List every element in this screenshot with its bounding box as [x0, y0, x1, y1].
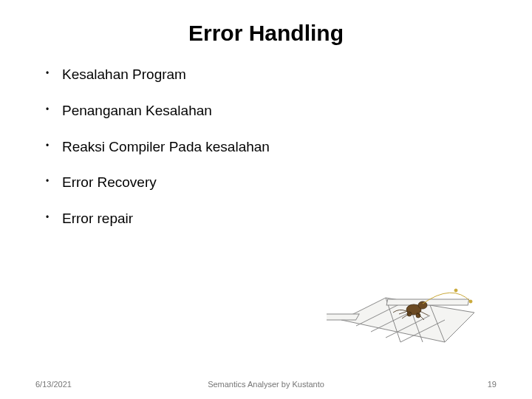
bullet-list: Kesalahan Program Penanganan Kesalahan R… [35, 66, 497, 228]
svg-point-12 [407, 312, 412, 316]
svg-point-18 [469, 300, 472, 303]
bullet-item: Error repair [41, 211, 497, 228]
slide: Error Handling Kesalahan Program Penanga… [0, 0, 532, 399]
maze-illustration [327, 262, 497, 355]
slide-title: Error Handling [35, 21, 497, 46]
footer: 6/13/2021 Semantics Analyser by Kustanto… [0, 380, 532, 389]
svg-point-19 [454, 289, 457, 292]
svg-rect-8 [327, 314, 359, 320]
bullet-item: Reaksi Compiler Pada kesalahan [41, 139, 497, 156]
svg-point-11 [418, 301, 427, 309]
bullet-item: Error Recovery [41, 174, 497, 191]
footer-author: Semantics Analyser by Kustanto [0, 380, 532, 389]
bullet-item: Kesalahan Program [41, 66, 497, 83]
bullet-item: Penanganan Kesalahan [41, 103, 497, 120]
